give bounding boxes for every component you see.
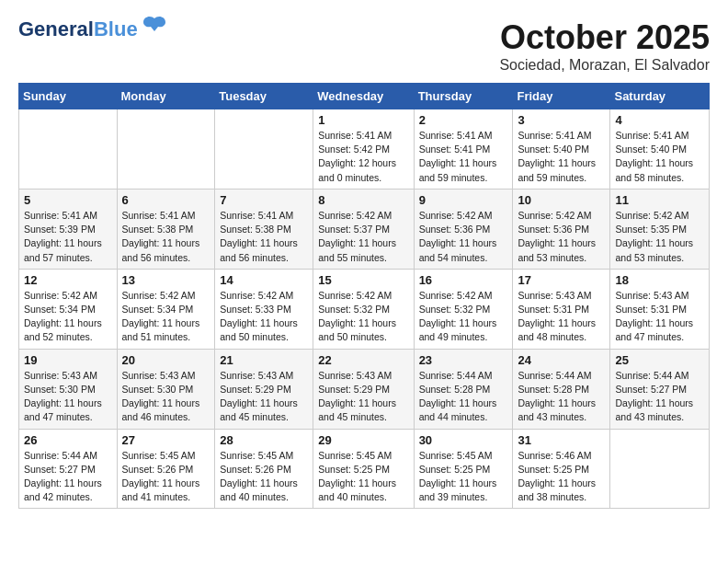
- day-info: Sunrise: 5:44 AM Sunset: 5:27 PM Dayligh…: [615, 369, 704, 425]
- day-info: Sunrise: 5:45 AM Sunset: 5:26 PM Dayligh…: [220, 449, 308, 505]
- day-info: Sunrise: 5:42 AM Sunset: 5:35 PM Dayligh…: [615, 209, 704, 265]
- day-cell: 25Sunrise: 5:44 AM Sunset: 5:27 PM Dayli…: [610, 349, 710, 429]
- day-number: 22: [318, 353, 408, 367]
- week-row-4: 19Sunrise: 5:43 AM Sunset: 5:30 PM Dayli…: [19, 349, 710, 429]
- day-info: Sunrise: 5:44 AM Sunset: 5:28 PM Dayligh…: [518, 369, 605, 425]
- day-number: 31: [518, 433, 605, 447]
- day-cell: 6Sunrise: 5:41 AM Sunset: 5:38 PM Daylig…: [117, 189, 215, 269]
- day-info: Sunrise: 5:43 AM Sunset: 5:31 PM Dayligh…: [615, 289, 704, 345]
- day-info: Sunrise: 5:41 AM Sunset: 5:40 PM Dayligh…: [615, 129, 704, 185]
- day-number: 29: [318, 433, 408, 447]
- day-number: 20: [122, 353, 210, 367]
- day-info: Sunrise: 5:42 AM Sunset: 5:36 PM Dayligh…: [419, 209, 508, 265]
- day-cell: 5Sunrise: 5:41 AM Sunset: 5:39 PM Daylig…: [19, 189, 118, 269]
- day-number: 16: [419, 273, 508, 287]
- day-number: 15: [318, 273, 408, 287]
- day-number: 8: [318, 193, 408, 207]
- day-info: Sunrise: 5:43 AM Sunset: 5:31 PM Dayligh…: [518, 289, 605, 345]
- day-cell: 8Sunrise: 5:42 AM Sunset: 5:37 PM Daylig…: [313, 189, 414, 269]
- weekday-header-wednesday: Wednesday: [313, 84, 414, 109]
- day-cell: 1Sunrise: 5:41 AM Sunset: 5:42 PM Daylig…: [313, 109, 414, 190]
- day-number: 21: [220, 353, 308, 367]
- day-cell: 9Sunrise: 5:42 AM Sunset: 5:36 PM Daylig…: [414, 189, 513, 269]
- day-cell: 14Sunrise: 5:42 AM Sunset: 5:33 PM Dayli…: [215, 269, 313, 349]
- day-info: Sunrise: 5:42 AM Sunset: 5:32 PM Dayligh…: [419, 289, 508, 345]
- day-cell: 18Sunrise: 5:43 AM Sunset: 5:31 PM Dayli…: [610, 269, 710, 349]
- day-info: Sunrise: 5:43 AM Sunset: 5:29 PM Dayligh…: [220, 369, 308, 425]
- day-cell: 19Sunrise: 5:43 AM Sunset: 5:30 PM Dayli…: [19, 349, 118, 429]
- day-info: Sunrise: 5:42 AM Sunset: 5:33 PM Dayligh…: [220, 289, 308, 345]
- day-info: Sunrise: 5:42 AM Sunset: 5:32 PM Dayligh…: [318, 289, 408, 345]
- day-info: Sunrise: 5:43 AM Sunset: 5:29 PM Dayligh…: [318, 369, 408, 425]
- day-number: 18: [615, 273, 704, 287]
- week-row-1: 1Sunrise: 5:41 AM Sunset: 5:42 PM Daylig…: [19, 109, 710, 190]
- day-info: Sunrise: 5:41 AM Sunset: 5:39 PM Dayligh…: [24, 209, 112, 265]
- logo-general: General: [18, 17, 94, 40]
- weekday-header-saturday: Saturday: [610, 84, 710, 109]
- month-title: October 2025: [499, 18, 710, 57]
- day-cell: [215, 109, 313, 190]
- day-cell: 15Sunrise: 5:42 AM Sunset: 5:32 PM Dayli…: [313, 269, 414, 349]
- day-cell: 13Sunrise: 5:42 AM Sunset: 5:34 PM Dayli…: [117, 269, 215, 349]
- location-subtitle: Sociedad, Morazan, El Salvador: [499, 57, 710, 74]
- day-cell: 22Sunrise: 5:43 AM Sunset: 5:29 PM Dayli…: [313, 349, 414, 429]
- day-info: Sunrise: 5:42 AM Sunset: 5:36 PM Dayligh…: [518, 209, 605, 265]
- day-number: 6: [122, 193, 210, 207]
- day-number: 27: [122, 433, 210, 447]
- day-cell: 23Sunrise: 5:44 AM Sunset: 5:28 PM Dayli…: [414, 349, 513, 429]
- day-info: Sunrise: 5:44 AM Sunset: 5:28 PM Dayligh…: [419, 369, 508, 425]
- logo: GeneralBlue: [18, 18, 167, 40]
- day-info: Sunrise: 5:42 AM Sunset: 5:34 PM Dayligh…: [24, 289, 112, 345]
- logo-bird-icon: [142, 15, 167, 40]
- day-info: Sunrise: 5:41 AM Sunset: 5:40 PM Dayligh…: [518, 129, 605, 185]
- weekday-header-thursday: Thursday: [414, 84, 513, 109]
- page-header: GeneralBlue October 2025 Sociedad, Moraz…: [18, 18, 710, 74]
- day-cell: 17Sunrise: 5:43 AM Sunset: 5:31 PM Dayli…: [513, 269, 610, 349]
- day-cell: 4Sunrise: 5:41 AM Sunset: 5:40 PM Daylig…: [610, 109, 710, 190]
- day-cell: 2Sunrise: 5:41 AM Sunset: 5:41 PM Daylig…: [414, 109, 513, 190]
- day-number: 13: [122, 273, 210, 287]
- day-number: 4: [615, 113, 704, 127]
- week-row-3: 12Sunrise: 5:42 AM Sunset: 5:34 PM Dayli…: [19, 269, 710, 349]
- day-info: Sunrise: 5:45 AM Sunset: 5:26 PM Dayligh…: [122, 449, 210, 505]
- day-number: 1: [318, 113, 408, 127]
- day-info: Sunrise: 5:46 AM Sunset: 5:25 PM Dayligh…: [518, 449, 605, 505]
- calendar-table: SundayMondayTuesdayWednesdayThursdayFrid…: [18, 83, 710, 509]
- day-info: Sunrise: 5:43 AM Sunset: 5:30 PM Dayligh…: [122, 369, 210, 425]
- day-number: 9: [419, 193, 508, 207]
- day-number: 3: [518, 113, 605, 127]
- calendar-header-row: SundayMondayTuesdayWednesdayThursdayFrid…: [19, 84, 710, 109]
- day-cell: 11Sunrise: 5:42 AM Sunset: 5:35 PM Dayli…: [610, 189, 710, 269]
- day-number: 7: [220, 193, 308, 207]
- day-cell: [610, 429, 710, 509]
- day-number: 25: [615, 353, 704, 367]
- day-number: 26: [24, 433, 112, 447]
- day-cell: [19, 109, 118, 190]
- day-cell: 12Sunrise: 5:42 AM Sunset: 5:34 PM Dayli…: [19, 269, 118, 349]
- weekday-header-sunday: Sunday: [19, 84, 118, 109]
- day-number: 5: [24, 193, 112, 207]
- day-cell: [117, 109, 215, 190]
- day-cell: 29Sunrise: 5:45 AM Sunset: 5:25 PM Dayli…: [313, 429, 414, 509]
- day-info: Sunrise: 5:42 AM Sunset: 5:34 PM Dayligh…: [122, 289, 210, 345]
- day-number: 14: [220, 273, 308, 287]
- week-row-5: 26Sunrise: 5:44 AM Sunset: 5:27 PM Dayli…: [19, 429, 710, 509]
- day-number: 23: [419, 353, 508, 367]
- day-info: Sunrise: 5:41 AM Sunset: 5:41 PM Dayligh…: [419, 129, 508, 185]
- day-info: Sunrise: 5:41 AM Sunset: 5:42 PM Dayligh…: [318, 129, 408, 185]
- day-info: Sunrise: 5:45 AM Sunset: 5:25 PM Dayligh…: [318, 449, 408, 505]
- day-cell: 24Sunrise: 5:44 AM Sunset: 5:28 PM Dayli…: [513, 349, 610, 429]
- day-cell: 26Sunrise: 5:44 AM Sunset: 5:27 PM Dayli…: [19, 429, 118, 509]
- weekday-header-monday: Monday: [117, 84, 215, 109]
- day-cell: 10Sunrise: 5:42 AM Sunset: 5:36 PM Dayli…: [513, 189, 610, 269]
- day-cell: 20Sunrise: 5:43 AM Sunset: 5:30 PM Dayli…: [117, 349, 215, 429]
- weekday-header-friday: Friday: [513, 84, 610, 109]
- day-cell: 28Sunrise: 5:45 AM Sunset: 5:26 PM Dayli…: [215, 429, 313, 509]
- day-cell: 3Sunrise: 5:41 AM Sunset: 5:40 PM Daylig…: [513, 109, 610, 190]
- title-block: October 2025 Sociedad, Morazan, El Salva…: [499, 18, 710, 74]
- day-number: 11: [615, 193, 704, 207]
- day-cell: 16Sunrise: 5:42 AM Sunset: 5:32 PM Dayli…: [414, 269, 513, 349]
- day-cell: 27Sunrise: 5:45 AM Sunset: 5:26 PM Dayli…: [117, 429, 215, 509]
- logo-blue: Blue: [94, 17, 138, 40]
- day-info: Sunrise: 5:45 AM Sunset: 5:25 PM Dayligh…: [419, 449, 508, 505]
